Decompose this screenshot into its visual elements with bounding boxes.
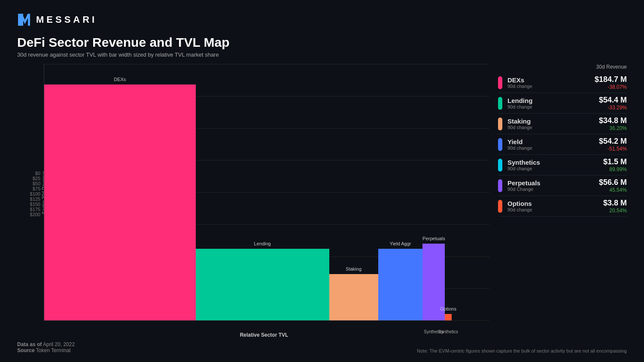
footer-note: Note: The EVM-centric figures shown capt… xyxy=(417,348,627,353)
bar-label-top: Staking xyxy=(346,266,361,272)
legend-change-label: 90d change xyxy=(507,166,598,171)
footer: Data as of April 20, 2022 Source Token T… xyxy=(17,341,627,353)
y-tick: $75 xyxy=(33,186,40,191)
y-tick: $150 xyxy=(30,202,40,207)
bar-rect xyxy=(378,249,423,320)
svg-marker-2 xyxy=(20,14,30,26)
legend-revenue-value: $1.5 M xyxy=(603,157,627,166)
y-tick: $50 xyxy=(33,181,40,186)
legend-item: Perpetuals90d Change$56.6 M45.54% xyxy=(498,175,627,196)
bar-label-top: Yield Aggr xyxy=(390,241,411,246)
bar-group: Lending xyxy=(196,64,329,320)
legend-name-area: Synthetics90d change xyxy=(507,159,598,171)
legend-change-value: -51.54% xyxy=(599,146,627,152)
source-line: Source Token Terminal xyxy=(17,347,75,353)
legend-change-value: -33.29% xyxy=(599,105,627,111)
data-as-of: Data as of April 20, 2022 xyxy=(17,341,75,347)
legend-sector-name: Perpetuals xyxy=(507,179,594,187)
legend-change-value: 45.54% xyxy=(599,187,627,193)
legend-name-area: Lending90d change xyxy=(507,97,594,109)
y-tick: $25 xyxy=(33,176,40,181)
bar-label-top: Lending xyxy=(254,241,271,246)
y-axis: $200$175$150$125$100$75$50$25$0 xyxy=(22,162,44,223)
bar-label-bottom: Synthetics xyxy=(438,329,458,334)
legend-color-dot xyxy=(498,118,502,130)
source-value: Token Terminal xyxy=(36,347,70,353)
bar-label-top: Options xyxy=(440,306,456,311)
legend-item: Lending90d change$54.4 M-33.29% xyxy=(498,93,627,114)
legend-change-label: 90d change xyxy=(507,145,594,151)
legend-revenue-value: $184.7 M xyxy=(595,75,627,84)
legend-revenue-area: $184.7 M-38.07% xyxy=(595,75,627,90)
grid-line xyxy=(44,320,489,321)
legend-change-value: -38.07% xyxy=(595,84,627,90)
legend-name-area: Perpetuals90d Change xyxy=(507,179,594,192)
bar-label-top: Perpetuals xyxy=(422,236,445,241)
legend-revenue-area: $54.2 M-51.54% xyxy=(599,137,627,152)
legend-sector-name: DEXs xyxy=(507,76,589,84)
legend-change-value: 20.54% xyxy=(603,208,627,214)
legend-color-dot xyxy=(498,159,502,172)
y-tick: $200 xyxy=(30,212,40,217)
messari-logo-icon xyxy=(17,12,33,27)
legend-name-area: Staking90d change xyxy=(507,118,594,130)
legend-name-area: Yield90d change xyxy=(507,138,594,151)
legend-revenue-area: $56.6 M45.54% xyxy=(599,178,627,193)
legend-color-dot xyxy=(498,200,502,213)
legend-change-value: 36.20% xyxy=(599,125,627,131)
legend-change-label: 90d change xyxy=(507,104,594,109)
bars-container: DEXsLendingStakingYield AggrSyntheticsPe… xyxy=(44,64,489,320)
legend-color-dot xyxy=(498,179,502,192)
y-tick: $125 xyxy=(30,196,40,202)
chart-inner: Sector 30d Revenue $200$175$150$125$100$… xyxy=(17,64,489,321)
legend-revenue-value: $3.8 M xyxy=(603,199,627,208)
page-subtitle: 30d revenue against sector TVL with bar … xyxy=(17,51,627,58)
legend-sector-name: Lending xyxy=(507,97,594,104)
y-tick: $175 xyxy=(30,207,40,212)
legend-sector-name: Yield xyxy=(507,138,594,145)
legend-item: Yield90d change$54.2 M-51.54% xyxy=(498,134,627,155)
bar-rect xyxy=(329,274,378,320)
legend-sector-name: Synthetics xyxy=(507,159,598,166)
chart-plot: DEXsLendingStakingYield AggrSyntheticsPe… xyxy=(44,64,489,321)
bar-group: Yield Aggr xyxy=(378,64,423,320)
legend-color-dot xyxy=(498,138,502,151)
title-area: DeFi Sector Revenue and TVL Map 30d reve… xyxy=(17,35,627,62)
legend-header: 30d Revenue xyxy=(498,64,627,70)
legend-item: Staking90d change$34.8 M36.20% xyxy=(498,114,627,134)
legend-color-dot xyxy=(498,76,502,89)
bar-rect xyxy=(445,314,452,320)
bar-label-top: DEXs xyxy=(114,77,126,82)
legend-revenue-value: $56.6 M xyxy=(599,178,627,187)
page-container: MESSARI DeFi Sector Revenue and TVL Map … xyxy=(0,0,644,362)
legend-change-value: 89.99% xyxy=(603,166,627,172)
legend-revenue-value: $54.2 M xyxy=(599,137,627,146)
legend-items: DEXs90d change$184.7 M-38.07%Lending90d … xyxy=(498,72,627,217)
chart-area: Sector 30d Revenue $200$175$150$125$100$… xyxy=(17,64,489,338)
legend-sector-name: Staking xyxy=(507,118,594,125)
page-title: DeFi Sector Revenue and TVL Map xyxy=(17,35,627,50)
main-content: Sector 30d Revenue $200$175$150$125$100$… xyxy=(17,64,627,338)
source-label: Source xyxy=(17,347,35,353)
footer-left: Data as of April 20, 2022 Source Token T… xyxy=(17,341,75,353)
legend-revenue-area: $54.4 M-33.29% xyxy=(599,96,627,111)
bar-rect xyxy=(196,249,329,320)
legend-revenue-area: $1.5 M89.99% xyxy=(603,157,627,172)
legend-item: Options90d change$3.8 M20.54% xyxy=(498,196,627,217)
logo-text: MESSARI xyxy=(36,14,97,25)
legend-panel: 30d Revenue DEXs90d change$184.7 M-38.07… xyxy=(489,64,627,338)
logo-mark xyxy=(17,12,33,27)
bar-group: Staking xyxy=(329,64,378,320)
legend-change-label: 90d change xyxy=(507,84,589,89)
y-tick: $0 xyxy=(35,171,40,176)
logo-area: MESSARI xyxy=(17,12,627,27)
legend-name-area: DEXs90d change xyxy=(507,76,589,89)
bar-rect xyxy=(44,84,196,320)
legend-change-label: 90d change xyxy=(507,125,594,130)
legend-revenue-value: $54.4 M xyxy=(599,96,627,105)
bar-group: SyntheticsOptions xyxy=(445,64,452,320)
legend-sector-name: Options xyxy=(507,200,598,207)
legend-item: Synthetics90d change$1.5 M89.99% xyxy=(498,155,627,175)
data-as-of-label: Data as of xyxy=(17,341,42,347)
y-tick: $100 xyxy=(30,191,40,196)
